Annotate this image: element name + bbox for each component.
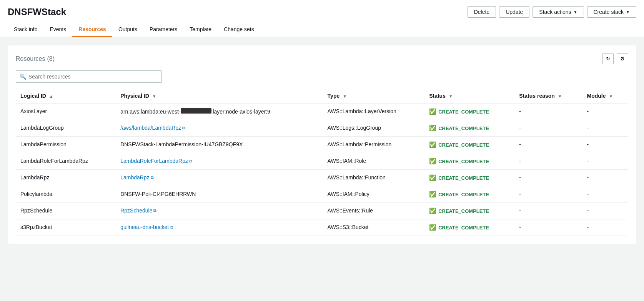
search-input[interactable] [16,70,162,83]
status-reason-cell: - [514,137,582,153]
panel-actions: ↻ ⚙ [602,53,628,64]
tab-events[interactable]: Events [43,22,72,37]
status-reason-cell: - [514,219,582,236]
status-check-icon: ✅ [429,141,436,148]
module-cell: - [582,153,629,170]
chevron-down-icon: ▼ [626,10,630,14]
external-link-icon: ⧉ [151,175,154,180]
nav-tabs: Stack info Events Resources Outputs Para… [8,22,636,37]
gear-icon: ⚙ [620,56,625,62]
physical-id-cell: DNSFW-Poli-CI4PG6EHRRWN [116,186,323,203]
type-cell: AWS::IAM::Role [323,153,425,170]
logical-id-cell: LambdaLogGroup [16,120,116,137]
settings-button[interactable]: ⚙ [617,53,628,64]
status-text: CREATE_COMPLETE [438,159,489,164]
status-text: CREATE_COMPLETE [438,175,489,181]
col-type[interactable]: Type ▼ [323,89,425,103]
external-link-icon: ⧉ [153,208,156,213]
tab-resources[interactable]: Resources [72,22,112,37]
status-check-icon: ✅ [429,224,436,231]
status-cell: ✅CREATE_COMPLETE [424,170,514,186]
col-logical-id[interactable]: Logical ID ▲ [16,89,116,103]
type-cell: AWS::Lambda::Permission [323,137,425,153]
status-cell: ✅CREATE_COMPLETE [424,103,514,120]
status-reason-cell: - [514,203,582,219]
physical-id-cell: guilneau-dns-bucket⧉ [116,219,323,236]
panel-title: Resources (8) [16,55,55,63]
physical-id-link[interactable]: RpzSchedule⧉ [120,207,156,214]
status-text: CREATE_COMPLETE [438,109,489,115]
status-check-icon: ✅ [429,108,436,115]
physical-id-link[interactable]: LambdaRpz⧉ [120,174,154,181]
col-physical-id[interactable]: Physical ID ▼ [116,89,323,103]
status-check-icon: ✅ [429,174,436,181]
module-cell: - [582,137,629,153]
table-row: LambdaRpzLambdaRpz⧉AWS::Lambda::Function… [16,170,628,186]
tab-template[interactable]: Template [183,22,218,37]
status-text: CREATE_COMPLETE [438,208,489,214]
sort-icon: ▼ [609,94,613,99]
status-reason-cell: - [514,186,582,203]
status-cell: ✅CREATE_COMPLETE [424,186,514,203]
sort-icon: ▼ [558,94,562,99]
physical-id-cell: arn:aws:lambda:eu-west-:layer:node-axios… [116,103,323,120]
tab-stack-info[interactable]: Stack info [8,22,43,37]
status-reason-cell: - [514,170,582,186]
external-link-icon: ⧉ [189,159,192,164]
physical-id-link[interactable]: guilneau-dns-bucket⧉ [120,224,173,230]
status-text: CREATE_COMPLETE [438,125,489,131]
physical-id-cell: LambdaRoleForLambdaRpz⧉ [116,153,323,170]
status-text: CREATE_COMPLETE [438,142,489,148]
logical-id-cell: LambdaRpz [16,170,116,186]
external-link-icon: ⧉ [170,225,173,230]
type-cell: AWS::Logs::LogGroup [323,120,425,137]
status-cell: ✅CREATE_COMPLETE [424,120,514,137]
logical-id-cell: s3RpzBucket [16,219,116,236]
status-text: CREATE_COMPLETE [438,225,489,231]
create-stack-button[interactable]: Create stack ▼ [587,6,637,18]
external-link-icon: ⧉ [182,125,185,130]
stack-actions-button[interactable]: Stack actions ▼ [533,6,584,18]
module-cell: - [582,219,629,236]
col-status[interactable]: Status ▼ [424,89,514,103]
physical-id-cell: /aws/lambda/LambdaRpz⧉ [116,120,323,137]
status-check-icon: ✅ [429,207,436,214]
physical-id-link[interactable]: /aws/lambda/LambdaRpz⧉ [120,125,185,131]
physical-id-link[interactable]: LambdaRoleForLambdaRpz⧉ [120,158,192,164]
sort-icon: ▼ [343,94,347,99]
tab-outputs[interactable]: Outputs [112,22,143,37]
table-row: LambdaLogGroup/aws/lambda/LambdaRpz⧉AWS:… [16,120,628,137]
refresh-icon: ↻ [606,56,610,62]
status-cell: ✅CREATE_COMPLETE [424,219,514,236]
resources-table: Logical ID ▲ Physical ID ▼ Type ▼ Status… [16,89,628,236]
logical-id-cell: AxiosLayer [16,103,116,120]
status-cell: ✅CREATE_COMPLETE [424,137,514,153]
update-button[interactable]: Update [499,6,529,18]
tab-parameters[interactable]: Parameters [143,22,183,37]
delete-button[interactable]: Delete [468,6,496,18]
module-cell: - [582,203,629,219]
title-actions: Delete Update Stack actions ▼ Create sta… [468,6,636,18]
status-check-icon: ✅ [429,191,436,198]
status-cell: ✅CREATE_COMPLETE [424,153,514,170]
type-cell: AWS::S3::Bucket [323,219,425,236]
module-cell: - [582,170,629,186]
page-title: DNSFWStack [8,7,66,17]
tab-change-sets[interactable]: Change sets [218,22,260,37]
search-icon: 🔍 [20,74,26,80]
refresh-button[interactable]: ↻ [602,53,614,64]
type-cell: AWS::Lambda::Function [323,170,425,186]
physical-id-cell: RpzSchedule⧉ [116,203,323,219]
physical-id-cell: LambdaRpz⧉ [116,170,323,186]
physical-id-cell: DNSFWStack-LambdaPermission-IU47GBZ9QF9X [116,137,323,153]
sort-icon: ▼ [152,94,156,99]
col-status-reason[interactable]: Status reason ▼ [514,89,582,103]
status-check-icon: ✅ [429,125,436,132]
sort-asc-icon: ▲ [49,94,53,99]
type-cell: AWS::Events::Rule [323,203,425,219]
module-cell: - [582,186,629,203]
search-bar: 🔍 [16,70,628,83]
table-row: RpzScheduleRpzSchedule⧉AWS::Events::Rule… [16,203,628,219]
sort-icon: ▼ [449,94,453,99]
col-module[interactable]: Module ▼ [582,89,629,103]
